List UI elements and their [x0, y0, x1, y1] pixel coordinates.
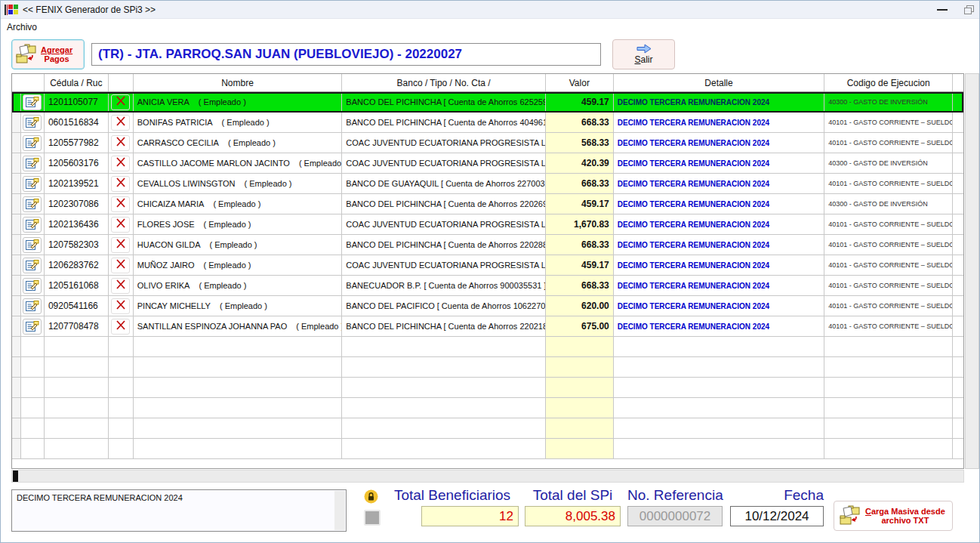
edit-row-button[interactable] — [23, 135, 42, 151]
row-selector — [12, 92, 21, 112]
table-row[interactable]: 1202139521CEVALLOS LIWINSGTON( Empleado … — [12, 174, 963, 194]
delete-row-button[interactable] — [111, 319, 130, 335]
entity-field[interactable]: (TR) - JTA. PARROQ.SAN JUAN (PUEBLOVIEJO… — [91, 43, 601, 66]
table-row[interactable]: 1207708478SANTILLAN ESPINOZA JOHANNA PAO… — [12, 316, 963, 337]
banco-cell: COAC JUVENTUD ECUATORIANA PROGRESISTA LT… — [342, 153, 546, 173]
table-row[interactable]: 1202307086CHICAIZA MARIA( Empleado )BANC… — [12, 194, 963, 214]
cedula-cell: 0920541166 — [45, 296, 109, 316]
header-codigo[interactable]: Codigo de Ejecucion — [824, 74, 953, 91]
extra-cell — [953, 194, 963, 214]
fecha-field[interactable]: 10/12/2024 — [730, 506, 824, 526]
edit-row-button[interactable] — [23, 258, 42, 273]
table-row[interactable]: 1202136436FLORES JOSE( Empleado )COAC JU… — [12, 214, 963, 235]
salir-button[interactable]: Salir — [612, 39, 675, 69]
header-nombre[interactable]: Nombre — [134, 74, 343, 91]
delete-row-button[interactable] — [111, 278, 130, 294]
cedula-cell: 0601516834 — [45, 113, 109, 132]
edit-row-button[interactable] — [23, 156, 42, 171]
row-selector — [12, 439, 21, 458]
detalle-cell: DECIMO TERCERA REMUNERACION 2024 — [614, 296, 825, 316]
carga-masiva-button[interactable]: Carga Masiva desdearchivo TXT — [834, 501, 953, 531]
codigo-cell: 40101 - GASTO CORRIENTE – SUELDOS — [824, 316, 953, 336]
edit-row-button[interactable] — [23, 298, 42, 314]
table-row[interactable]: 1205577982CARRASCO CECILIA( Empleado )CO… — [12, 133, 963, 153]
restore-button[interactable] — [964, 5, 975, 15]
banco-cell: BANCO DEL PACIFICO [ Cuenta de Ahorros 1… — [342, 296, 546, 316]
header-detalle[interactable]: Detalle — [614, 74, 825, 91]
banco-cell: BANCO DEL PICHINCHA [ Cuenta de Ahorros … — [342, 194, 546, 214]
row-delete-cell — [109, 398, 134, 418]
delete-row-button[interactable] — [111, 237, 130, 253]
row-selector — [12, 194, 21, 214]
edit-row-button[interactable] — [23, 196, 42, 212]
row-selector — [12, 255, 21, 275]
agregar-pagos-button[interactable]: AgregarPagos — [11, 39, 85, 69]
delete-row-button[interactable] — [111, 135, 130, 151]
lock-icon[interactable] — [364, 489, 378, 504]
empty-table-row — [12, 378, 963, 398]
header-banco[interactable]: Banco / Tipo / No. Cta / — [342, 74, 546, 91]
header-cedula[interactable]: Cédula / Ruc — [45, 74, 109, 91]
table-row[interactable]: 1201105077ANICIA VERA( Empleado )BANCO D… — [12, 92, 963, 113]
cedula-cell: 1205161068 — [45, 276, 109, 295]
total-beneficiarios-label: Total Beneficiarios — [382, 487, 522, 504]
edit-row-button[interactable] — [23, 237, 42, 253]
carga-masiva-label: Carga Masiva desdearchivo TXT — [865, 507, 945, 525]
table-row[interactable]: 0920541166PINCAY MICHELLY( Empleado )BAN… — [12, 296, 963, 316]
detalle-textarea[interactable]: DECIMO TERCERA REMUNERACION 2024 — [11, 489, 347, 532]
header-valor[interactable]: Valor — [546, 74, 614, 91]
horizontal-scrollbar-thumb[interactable] — [13, 470, 18, 482]
row-delete-cell — [109, 92, 134, 112]
edit-row-button[interactable] — [23, 94, 42, 110]
bulk-load-icon — [839, 505, 861, 526]
vertical-scrollbar[interactable] — [965, 73, 979, 469]
table-row[interactable]: 1205161068OLIVO ERIKA( Empleado )BANECUA… — [12, 276, 963, 296]
payments-table: Cédula / Ruc Nombre Banco / Tipo / No. C… — [11, 73, 964, 469]
horizontal-scrollbar[interactable] — [11, 470, 964, 483]
delete-row-button[interactable] — [111, 258, 130, 273]
cedula-cell: 1201105077 — [45, 92, 109, 112]
banco-cell — [342, 378, 546, 397]
empty-table-row — [12, 337, 963, 357]
table-row[interactable]: 1207582303HUACON GILDA( Empleado )BANCO … — [12, 235, 963, 255]
valor-cell: 675.00 — [546, 316, 614, 336]
delete-row-button[interactable] — [111, 298, 130, 314]
row-edit-cell — [21, 316, 45, 336]
cedula-cell — [45, 357, 109, 377]
row-selector — [12, 153, 21, 173]
edit-row-button[interactable] — [23, 319, 42, 335]
menu-archivo[interactable]: Archivo — [1, 20, 43, 34]
valor-cell — [546, 439, 614, 458]
table-row[interactable]: 0601516834BONIFAS PATRICIA( Empleado )BA… — [12, 113, 963, 133]
detalle-scrollbar[interactable] — [334, 491, 345, 530]
codigo-cell — [824, 378, 953, 397]
fecha-label: Fecha — [730, 487, 824, 504]
valor-cell — [546, 337, 614, 356]
delete-row-button[interactable] — [111, 94, 130, 110]
delete-row-button[interactable] — [111, 115, 130, 131]
banco-cell: BANCO DEL PICHINCHA [ Cuenta de Ahorros … — [342, 113, 546, 132]
detalle-cell — [614, 398, 825, 418]
delete-x-icon — [116, 300, 126, 312]
edit-row-button[interactable] — [23, 217, 42, 233]
delete-x-icon — [116, 239, 126, 251]
valor-cell: 668.33 — [546, 235, 614, 255]
restore-icon — [964, 5, 975, 15]
table-row[interactable]: 1205603176CASTILLO JACOME MARLON JACINTO… — [12, 153, 963, 174]
delete-row-button[interactable] — [111, 196, 130, 212]
delete-row-button[interactable] — [111, 156, 130, 171]
detalle-text: DECIMO TERCERA REMUNERACION 2024 — [17, 493, 183, 502]
edit-row-button[interactable] — [23, 278, 42, 294]
nombre-cell — [134, 337, 343, 356]
edit-row-button[interactable] — [23, 176, 42, 192]
row-edit-cell — [21, 214, 45, 234]
delete-row-button[interactable] — [111, 176, 130, 192]
cedula-cell — [45, 398, 109, 418]
banco-cell: COAC JUVENTUD ECUATORIANA PROGRESISTA LT… — [342, 133, 546, 153]
extra-cell — [953, 296, 963, 316]
table-row[interactable]: 1206283762MUÑOZ JAIRO( Empleado )COAC JU… — [12, 255, 963, 276]
gray-square-button[interactable] — [364, 510, 381, 526]
minimize-button[interactable] — [937, 9, 948, 11]
delete-row-button[interactable] — [111, 217, 130, 233]
edit-row-button[interactable] — [23, 115, 42, 131]
